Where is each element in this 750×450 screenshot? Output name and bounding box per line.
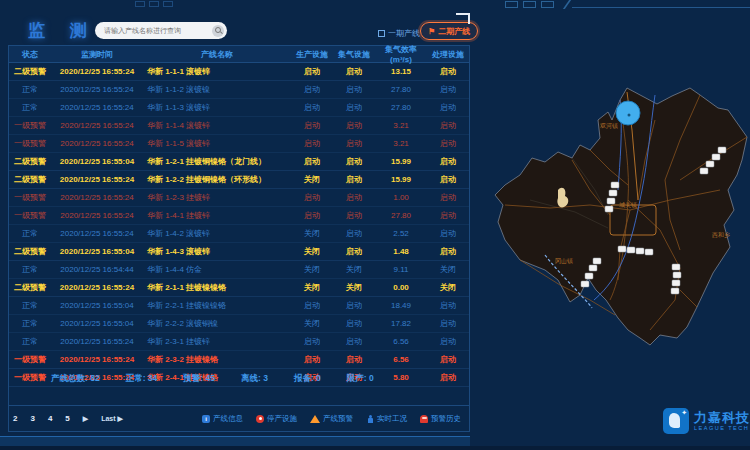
- cell-name: 华新 1-2-3 挂镀锌: [143, 192, 291, 203]
- facility-marker-icon[interactable]: [718, 147, 726, 153]
- cell-gas: 启动: [333, 84, 375, 95]
- table-row[interactable]: 一级预警2020/12/25 16:55:24华新 2-3-2 挂镀镍铬启动启动…: [9, 351, 469, 369]
- facility-marker-icon[interactable]: [593, 258, 601, 264]
- cell-time: 2020/12/25 16:55:24: [51, 103, 143, 112]
- cell-status: 一级预警: [9, 354, 51, 365]
- cell-gas: 启动: [333, 66, 375, 77]
- cell-prod: 启动: [291, 336, 333, 347]
- cell-gas: 关闭: [333, 282, 375, 293]
- table-row[interactable]: 正常2020/12/25 16:55:24华新 1-4-2 滚镀锌关闭启动2.5…: [9, 225, 469, 243]
- facility-marker-icon[interactable]: [671, 288, 679, 294]
- cell-gas: 启动: [333, 300, 375, 311]
- table-row[interactable]: 一级预警2020/12/25 16:55:24华新 1-1-5 滚镀锌启动启动3…: [9, 135, 469, 153]
- page-button[interactable]: 5: [65, 414, 69, 423]
- table-row[interactable]: 二级预警2020/12/25 16:55:04华新 1-2-1 挂镀铜镍铬（龙门…: [9, 153, 469, 171]
- facility-marker-icon[interactable]: [605, 206, 613, 212]
- facility-marker-icon[interactable]: [607, 198, 615, 204]
- cell-eff: 18.49: [375, 301, 427, 310]
- cell-treat: 启动: [427, 156, 469, 167]
- cell-name: 华新 1-4-4 仿金: [143, 264, 291, 275]
- table-row[interactable]: 正常2020/12/25 16:54:44华新 1-4-4 仿金关闭关闭9.11…: [9, 261, 469, 279]
- facility-marker-icon[interactable]: [712, 154, 720, 160]
- summary-item: 报备: 0: [294, 373, 321, 385]
- cell-status: 正常: [9, 84, 51, 95]
- facility-marker-icon[interactable]: [673, 272, 681, 278]
- cell-prod: 启动: [291, 102, 333, 113]
- facility-marker-icon[interactable]: [589, 265, 597, 271]
- facility-marker-icon[interactable]: [609, 190, 617, 196]
- table-row[interactable]: 正常2020/12/25 16:55:24华新 1-1-3 滚镀锌启动启动27.…: [9, 99, 469, 117]
- last-page-button[interactable]: Last ▶: [101, 415, 123, 423]
- facility-marker-icon[interactable]: [585, 273, 593, 279]
- cell-time: 2020/12/25 16:55:24: [51, 85, 143, 94]
- cell-time: 2020/12/25 16:55:24: [51, 337, 143, 346]
- facility-marker-icon[interactable]: [700, 168, 708, 174]
- page-button[interactable]: 4: [48, 414, 52, 423]
- cell-name: 华新 1-1-5 滚镀锌: [143, 138, 291, 149]
- map-svg: 双河镇城关镇西和乡冈山镇: [470, 0, 750, 450]
- table-row[interactable]: 二级预警2020/12/25 16:55:24华新 2-1-1 挂镀镍镍铬关闭关…: [9, 279, 469, 297]
- table-row[interactable]: 二级预警2020/12/25 16:55:04华新 1-4-3 滚镀锌关闭启动1…: [9, 243, 469, 261]
- cell-status: 一级预警: [9, 120, 51, 131]
- facility-marker-icon[interactable]: [672, 264, 680, 270]
- legend-live[interactable]: 实时工况: [366, 414, 407, 424]
- cell-prod: 启动: [291, 66, 333, 77]
- table-row[interactable]: 二级预警2020/12/25 16:55:24华新 1-1-1 滚镀锌启动启动1…: [9, 63, 469, 81]
- cell-status: 二级预警: [9, 66, 51, 77]
- table-row[interactable]: 一级预警2020/12/25 16:55:24华新 1-4-1 挂镀锌启动启动2…: [9, 207, 469, 225]
- alarm-icon: [420, 415, 428, 423]
- table-row[interactable]: 正常2020/12/25 16:55:04华新 2-2-1 挂镀镍镍铬启动启动1…: [9, 297, 469, 315]
- facility-marker-icon[interactable]: [611, 182, 619, 188]
- legend-label: 预警历史: [431, 414, 461, 424]
- cell-eff: 27.80: [375, 103, 427, 112]
- cell-treat: 启动: [427, 228, 469, 239]
- cell-status: 一级预警: [9, 138, 51, 149]
- facility-marker-icon[interactable]: [618, 246, 626, 252]
- cell-status: 一级预警: [9, 210, 51, 221]
- page-button[interactable]: 2: [13, 414, 17, 423]
- facility-marker-icon[interactable]: [636, 248, 644, 254]
- facility-marker-icon[interactable]: [627, 247, 635, 253]
- facility-marker-icon[interactable]: [672, 280, 680, 286]
- stop-icon: [256, 415, 264, 423]
- next-page-button[interactable]: ▶: [83, 415, 88, 423]
- search-input[interactable]: [104, 27, 212, 34]
- cell-eff: 1.00: [375, 193, 427, 202]
- table-row[interactable]: 正常2020/12/25 16:55:24华新 2-3-1 挂镀锌启动启动6.5…: [9, 333, 469, 351]
- cell-eff: 27.80: [375, 85, 427, 94]
- facility-marker-icon[interactable]: [581, 281, 589, 287]
- search-box: [95, 22, 227, 39]
- table-row[interactable]: 二级预警2020/12/25 16:55:24华新 1-2-2 挂镀铜镍铬（环形…: [9, 171, 469, 189]
- legend-warn[interactable]: 产线预警: [310, 414, 353, 424]
- facility-marker-icon[interactable]: [706, 161, 714, 167]
- district-map[interactable]: 双河镇城关镇西和乡冈山镇: [470, 0, 750, 450]
- alert-circle-marker[interactable]: [616, 101, 640, 125]
- search-icon[interactable]: [212, 25, 224, 37]
- cell-prod: 启动: [291, 210, 333, 221]
- legend-label: 产线信息: [213, 414, 243, 424]
- cell-eff: 15.99: [375, 157, 427, 166]
- phase1-checkbox[interactable]: 一期产线: [378, 28, 420, 39]
- cell-treat: 启动: [427, 300, 469, 311]
- cell-name: 华新 1-4-1 挂镀锌: [143, 210, 291, 221]
- facility-marker-icon[interactable]: [645, 249, 653, 255]
- summary-item: 产线总数: 82: [51, 373, 100, 385]
- legend-info[interactable]: i产线信息: [202, 414, 243, 424]
- table-row[interactable]: 一级预警2020/12/25 16:55:24华新 1-1-4 滚镀锌启动启动3…: [9, 117, 469, 135]
- checkbox-icon[interactable]: [378, 30, 385, 37]
- legend-alarm[interactable]: 预警历史: [420, 414, 461, 424]
- table-row[interactable]: 正常2020/12/25 16:55:24华新 1-1-2 滚镀镍启动启动27.…: [9, 81, 469, 99]
- region-label: 冈山镇: [555, 258, 573, 265]
- cell-gas: 启动: [333, 156, 375, 167]
- cell-prod: 启动: [291, 120, 333, 131]
- page-button[interactable]: 3: [30, 414, 34, 423]
- legend-stop[interactable]: 停产设施: [256, 414, 297, 424]
- cell-eff: 0.00: [375, 283, 427, 292]
- table-row[interactable]: 正常2020/12/25 16:55:04华新 2-2-2 滚镀铜镍关闭启动17…: [9, 315, 469, 333]
- table-row[interactable]: 一级预警2020/12/25 16:55:24华新 1-2-3 挂镀锌启动启动1…: [9, 189, 469, 207]
- cell-eff: 3.21: [375, 121, 427, 130]
- deco-squares-left: [135, 1, 173, 7]
- column-header: 集气效率(m³/s): [375, 44, 427, 64]
- cell-time: 2020/12/25 16:55:24: [51, 283, 143, 292]
- cell-name: 华新 1-2-1 挂镀铜镍铬（龙门线）: [143, 156, 291, 167]
